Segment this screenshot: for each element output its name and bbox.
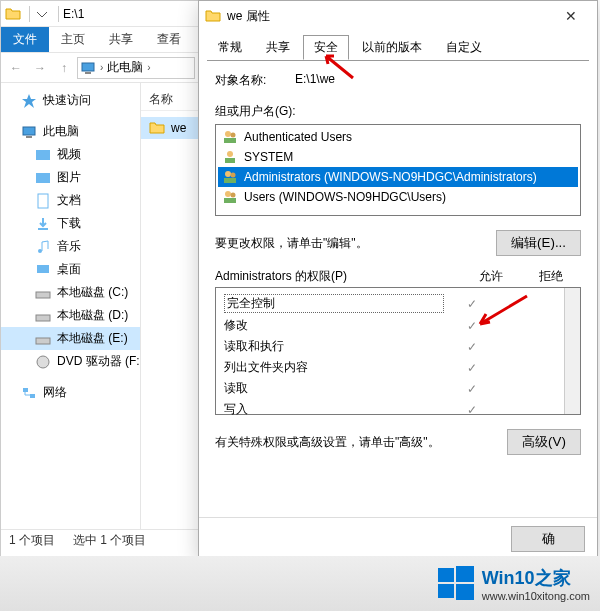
check-icon: ✓ xyxy=(444,319,500,333)
dialog-footer: 确 xyxy=(199,517,597,559)
folder-icon xyxy=(149,120,165,136)
users-icon xyxy=(222,129,238,145)
tree-quick-access[interactable]: 快速访问 xyxy=(1,89,140,112)
nav-tree[interactable]: 快速访问 此电脑 视频 图片 文档 下载 音乐 桌面 本地磁盘 (C:) 本地磁… xyxy=(1,83,141,529)
document-icon xyxy=(35,193,51,209)
chevron-icon: › xyxy=(100,62,103,73)
close-button[interactable]: ✕ xyxy=(551,2,591,30)
user-item[interactable]: SYSTEM xyxy=(218,147,578,167)
svg-rect-0 xyxy=(82,63,94,71)
scrollbar[interactable] xyxy=(564,288,580,414)
breadcrumb[interactable]: › 此电脑 › xyxy=(77,57,195,79)
tree-dvd[interactable]: DVD 驱动器 (F:) Bo xyxy=(1,350,140,373)
dialog-title: we 属性 xyxy=(227,8,551,25)
file-list[interactable]: 名称 we xyxy=(141,83,199,529)
drive-icon xyxy=(35,285,51,301)
dialog-titlebar: we 属性 ✕ xyxy=(199,1,597,31)
back-button[interactable]: ← xyxy=(5,57,27,79)
view-tab[interactable]: 查看 xyxy=(145,27,193,52)
perm-row[interactable]: 列出文件夹内容✓ xyxy=(224,357,556,378)
tab-sharing[interactable]: 共享 xyxy=(255,35,301,60)
tab-security[interactable]: 安全 xyxy=(303,35,349,60)
user-item[interactable]: Users (WINDOWS-NO9HDGC\Users) xyxy=(218,187,578,207)
svg-rect-13 xyxy=(23,388,28,392)
ribbon: 文件 主页 共享 查看 xyxy=(1,27,199,53)
perm-row[interactable]: 读取和执行✓ xyxy=(224,336,556,357)
explorer-body: 快速访问 此电脑 视频 图片 文档 下载 音乐 桌面 本地磁盘 (C:) 本地磁… xyxy=(1,83,199,529)
folder-icon xyxy=(205,8,221,24)
tree-drive-d[interactable]: 本地磁盘 (D:) xyxy=(1,304,140,327)
tree-videos[interactable]: 视频 xyxy=(1,143,140,166)
share-tab[interactable]: 共享 xyxy=(97,27,145,52)
home-tab[interactable]: 主页 xyxy=(49,27,97,52)
separator xyxy=(58,6,59,22)
watermark-url: www.win10xitong.com xyxy=(482,590,590,602)
file-tab[interactable]: 文件 xyxy=(1,27,49,52)
up-button[interactable]: ↑ xyxy=(53,57,75,79)
svg-rect-27 xyxy=(456,566,474,582)
perm-row[interactable]: 修改✓ xyxy=(224,315,556,336)
edit-button[interactable]: 编辑(E)... xyxy=(496,230,581,256)
svg-point-15 xyxy=(225,131,231,137)
svg-rect-28 xyxy=(438,584,454,598)
permissions-listbox[interactable]: 完全控制✓ 修改✓ 读取和执行✓ 列出文件夹内容✓ 读取✓ 写入✓ xyxy=(215,287,581,415)
svg-point-23 xyxy=(225,191,231,197)
perm-row[interactable]: 写入✓ xyxy=(224,399,556,420)
tree-documents[interactable]: 文档 xyxy=(1,189,140,212)
dvd-icon xyxy=(35,354,51,370)
forward-button[interactable]: → xyxy=(29,57,51,79)
tree-desktop[interactable]: 桌面 xyxy=(1,258,140,281)
tree-drive-e[interactable]: 本地磁盘 (E:) xyxy=(1,327,140,350)
permissions-title: Administrators 的权限(P) xyxy=(215,268,461,285)
down-chevron-icon[interactable] xyxy=(34,6,50,22)
windows-logo-icon xyxy=(438,566,474,602)
svg-rect-17 xyxy=(224,138,236,143)
allow-column: 允许 xyxy=(461,268,521,285)
edit-hint: 要更改权限，请单击"编辑"。 xyxy=(215,235,368,252)
svg-rect-19 xyxy=(225,158,235,163)
svg-point-18 xyxy=(227,151,233,157)
svg-point-21 xyxy=(231,173,236,178)
crumb-label: 此电脑 xyxy=(107,59,143,76)
svg-rect-26 xyxy=(438,568,454,582)
user-item[interactable]: Authenticated Users xyxy=(218,127,578,147)
svg-rect-10 xyxy=(36,315,50,321)
svg-rect-1 xyxy=(85,72,91,74)
network-icon xyxy=(21,385,37,401)
check-icon: ✓ xyxy=(444,403,500,417)
tree-pictures[interactable]: 图片 xyxy=(1,166,140,189)
tree-music[interactable]: 音乐 xyxy=(1,235,140,258)
tab-general[interactable]: 常规 xyxy=(207,35,253,60)
users-listbox[interactable]: Authenticated Users SYSTEM Administrator… xyxy=(215,124,581,216)
properties-dialog: we 属性 ✕ 常规 共享 安全 以前的版本 自定义 对象名称: E:\1\we… xyxy=(198,0,598,560)
tree-this-pc[interactable]: 此电脑 xyxy=(1,120,140,143)
watermark-brand: Win10之家 xyxy=(482,566,590,590)
security-tab-body: 对象名称: E:\1\we 组或用户名(G): Authenticated Us… xyxy=(199,60,597,517)
star-icon xyxy=(21,93,37,109)
tree-drive-c[interactable]: 本地磁盘 (C:) xyxy=(1,281,140,304)
column-header-name[interactable]: 名称 xyxy=(141,89,199,111)
drive-icon xyxy=(35,331,51,347)
item-name: we xyxy=(171,121,186,135)
tab-customize[interactable]: 自定义 xyxy=(435,35,493,60)
watermark: Win10之家 www.win10xitong.com xyxy=(0,556,600,611)
svg-rect-8 xyxy=(37,265,49,273)
advanced-hint: 有关特殊权限或高级设置，请单击"高级"。 xyxy=(215,434,440,451)
perm-row[interactable]: 完全控制✓ xyxy=(224,292,556,315)
svg-rect-3 xyxy=(26,136,32,138)
download-icon xyxy=(35,216,51,232)
check-icon: ✓ xyxy=(444,382,500,396)
list-item[interactable]: we xyxy=(141,117,199,139)
svg-rect-11 xyxy=(36,338,50,344)
object-name-label: 对象名称: xyxy=(215,72,295,89)
tree-network[interactable]: 网络 xyxy=(1,381,140,404)
property-tabs: 常规 共享 安全 以前的版本 自定义 xyxy=(199,31,597,60)
tab-previous-versions[interactable]: 以前的版本 xyxy=(351,35,433,60)
perm-row[interactable]: 读取✓ xyxy=(224,378,556,399)
user-item-selected[interactable]: Administrators (WINDOWS-NO9HDGC\Administ… xyxy=(218,167,578,187)
tree-downloads[interactable]: 下载 xyxy=(1,212,140,235)
address-bar: ← → ↑ › 此电脑 › xyxy=(1,53,199,83)
ok-button[interactable]: 确 xyxy=(511,526,585,552)
check-icon: ✓ xyxy=(444,361,500,375)
advanced-button[interactable]: 高级(V) xyxy=(507,429,581,455)
